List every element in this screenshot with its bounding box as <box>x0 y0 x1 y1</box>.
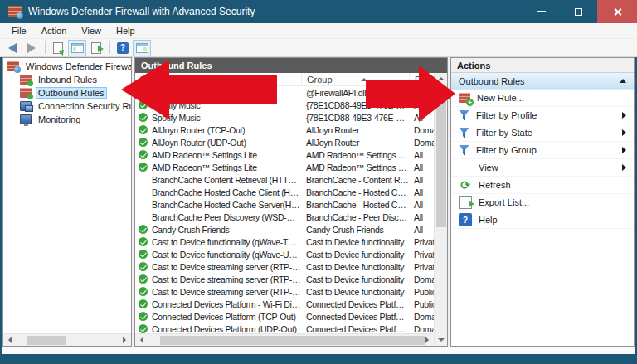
action-item[interactable]: Help <box>451 211 634 229</box>
actions-section-header[interactable]: Outbound Rules <box>451 73 634 90</box>
scroll-down-icon[interactable] <box>438 338 445 342</box>
rule-name-cell: Cast to Device streaming server (RTP-Str… <box>135 287 301 297</box>
maximize-button[interactable] <box>560 0 597 23</box>
sidebar-horizontal-scrollbar[interactable] <box>3 333 131 346</box>
menu-item[interactable]: Action <box>34 24 75 37</box>
tree-item[interactable]: › Monitoring <box>3 113 131 126</box>
rule-name: Cast to Device streaming server (RTP-Str… <box>152 287 301 297</box>
actions-section-label: Outbound Rules <box>459 76 620 86</box>
toolbar-button[interactable] <box>114 40 132 56</box>
console-tree-pane: Windows Defender Firewall with › Inbound… <box>2 57 132 347</box>
rule-row[interactable]: BranchCache Hosted Cache Server(HTTP-… B… <box>135 198 434 211</box>
enabled-check-icon <box>139 163 148 172</box>
rule-row[interactable]: Connected Devices Platform - Wi-Fi Direc… <box>135 298 434 310</box>
action-item-icon <box>459 178 472 192</box>
collapse-up-icon[interactable] <box>620 79 626 83</box>
rule-name: Candy Crush Friends <box>152 225 230 235</box>
minimize-icon <box>537 11 546 12</box>
rule-profile: Public <box>409 287 434 297</box>
menu-item[interactable]: File <box>4 24 34 37</box>
action-item[interactable]: View <box>451 159 634 177</box>
rule-profile: All <box>409 163 434 172</box>
action-item[interactable]: Filter by State <box>451 124 634 142</box>
rule-name-cell: BranchCache Hosted Cache Client (HTTP-… <box>135 187 301 197</box>
tree-root-firewall[interactable]: Windows Defender Firewall with <box>3 60 131 73</box>
rule-row[interactable]: AllJoyn Router (TCP-Out) AllJoyn Router … <box>135 124 434 136</box>
toolbar-button[interactable] <box>106 40 113 56</box>
statusbar <box>2 347 635 354</box>
rule-name-cell: Cast to Device functionality (qWave-TCP-… <box>135 237 301 247</box>
rule-row[interactable]: Connected Devices Platform (TCP-Out) Con… <box>135 310 434 323</box>
rule-name: Cast to Device functionality (qWave-TCP-… <box>152 237 301 247</box>
rule-name-cell: AMD Radeon™ Settings Lite <box>135 163 301 172</box>
scroll-thumb[interactable] <box>27 336 66 345</box>
rule-group: AllJoyn Router <box>301 125 409 135</box>
rule-row[interactable]: AllJoyn Router (UDP-Out) AllJoyn Router … <box>135 136 434 148</box>
rule-row[interactable]: Cast to Device functionality (qWave-UDP-… <box>135 248 434 260</box>
toolbar-icon <box>109 41 110 54</box>
rule-row[interactable]: AMD Radeon™ Settings Lite AMD Radeon™ Se… <box>135 148 434 161</box>
rule-row[interactable]: Cast to Device streaming server (RTP-Str… <box>135 273 434 285</box>
submenu-arrow-icon <box>622 129 626 136</box>
tree-item-label: Connection Security Rules <box>36 100 131 112</box>
action-item-icon <box>459 128 469 138</box>
toolbar-button[interactable] <box>22 40 41 56</box>
scroll-thumb[interactable] <box>160 336 425 345</box>
toolbar-button[interactable] <box>3 40 22 56</box>
rule-profile: All <box>409 225 434 235</box>
toolbar-icon <box>53 42 63 54</box>
rule-profile: Domain <box>409 125 434 135</box>
rule-row[interactable]: BranchCache Hosted Cache Client (HTTP-… … <box>135 186 434 198</box>
scroll-right-icon[interactable] <box>123 337 126 343</box>
rule-group: AMD Radeon™ Settings Lite <box>301 163 409 172</box>
tree-item-icon <box>20 114 32 124</box>
tree-item-label: Inbound Rules <box>36 74 100 85</box>
tree-item[interactable]: › Connection Security Rules <box>3 99 131 113</box>
close-button[interactable] <box>597 0 637 23</box>
enabled-check-icon <box>139 324 148 333</box>
rule-group: Cast to Device functionality <box>301 262 409 272</box>
list-horizontal-scrollbar[interactable] <box>135 333 434 346</box>
toolbar-button[interactable] <box>68 40 86 56</box>
rule-profile: Private <box>409 262 434 272</box>
tree-root-label: Windows Defender Firewall with <box>23 61 131 72</box>
rule-row[interactable]: Cast to Device streaming server (RTP-Str… <box>135 285 434 298</box>
tree-item-label: Monitoring <box>36 114 83 125</box>
toolbar <box>0 39 637 57</box>
tree-item[interactable]: › Outbound Rules <box>3 86 131 99</box>
submenu-arrow-icon <box>622 147 626 153</box>
rule-row[interactable]: AMD Radeon™ Settings Lite AMD Radeon™ Se… <box>135 161 434 173</box>
menu-item[interactable]: View <box>74 24 109 37</box>
rule-name: BranchCache Hosted Cache Server(HTTP-… <box>152 200 301 210</box>
tree-item[interactable]: › Inbound Rules <box>3 73 131 86</box>
action-item[interactable]: New Rule... <box>451 90 634 107</box>
minimize-button[interactable] <box>523 0 560 23</box>
scroll-right-icon[interactable] <box>425 337 429 343</box>
toolbar-button[interactable] <box>87 40 105 56</box>
rule-row[interactable]: Connected Devices Platform (UDP-Out) Con… <box>135 323 434 333</box>
tree-item-icon <box>20 75 32 85</box>
rule-profile: Domain <box>409 324 434 334</box>
rule-profile: Domain <box>409 138 434 148</box>
maximize-icon <box>575 8 582 16</box>
rule-row[interactable]: Cast to Device streaming server (RTP-Str… <box>135 260 434 273</box>
action-item-icon <box>459 213 472 226</box>
action-item[interactable]: Filter by Profile <box>451 107 634 124</box>
rule-row[interactable]: BranchCache Peer Discovery (WSD-Out) Bra… <box>135 211 434 223</box>
toolbar-button[interactable] <box>49 40 67 56</box>
toolbar-button[interactable] <box>133 40 151 56</box>
enabled-check-icon <box>139 299 148 308</box>
rule-row[interactable]: Candy Crush Friends Candy Crush Friends … <box>135 223 434 235</box>
menu-item[interactable]: Help <box>109 24 143 37</box>
rule-row[interactable]: BranchCache Content Retrieval (HTTP-Out)… <box>135 173 434 186</box>
tree-item-label: Outbound Rules <box>36 87 107 99</box>
rule-group: Connected Devices Platform <box>301 299 409 309</box>
rule-row[interactable]: Cast to Device functionality (qWave-TCP-… <box>135 235 434 248</box>
action-item[interactable]: Refresh <box>451 177 634 194</box>
action-item[interactable]: Filter by Group <box>451 142 634 159</box>
scroll-left-icon[interactable] <box>8 337 12 343</box>
action-item[interactable]: Export List... <box>451 194 634 211</box>
rule-group: Connected Devices Platform <box>301 312 409 322</box>
scroll-left-icon[interactable] <box>140 337 143 343</box>
toolbar-button[interactable] <box>41 40 48 56</box>
